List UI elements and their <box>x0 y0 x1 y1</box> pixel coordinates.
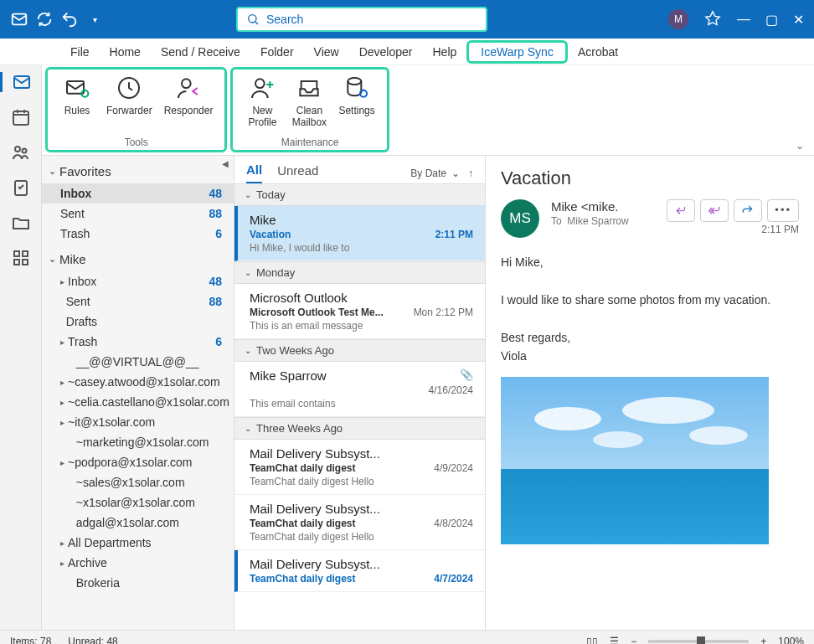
sync-icon[interactable] <box>35 10 54 28</box>
menu-icewarp-sync[interactable]: IceWarp Sync <box>466 40 568 64</box>
ribbon-group-label: Maintenance <box>233 137 386 150</box>
folder-item[interactable]: ▸~podpora@x1solar.com <box>42 452 234 472</box>
folder-item[interactable]: ~marketing@x1solar.com <box>42 432 234 452</box>
folder-item[interactable]: Sent88 <box>42 291 234 312</box>
settings-button[interactable]: Settings <box>333 73 379 137</box>
folder-inbox[interactable]: Inbox48 <box>42 183 234 204</box>
menu-view[interactable]: View <box>304 41 349 63</box>
user-avatar[interactable]: M <box>668 9 688 29</box>
maximize-button[interactable]: ▢ <box>765 12 778 28</box>
folder-rail-icon[interactable] <box>11 213 31 233</box>
close-button[interactable]: ✕ <box>793 12 804 28</box>
qat-customize-icon[interactable]: ▾ <box>85 10 104 28</box>
folderpane-collapse-icon[interactable]: ◀ <box>222 159 229 168</box>
svg-point-15 <box>255 79 265 88</box>
clock-icon <box>116 75 142 101</box>
reply-button[interactable] <box>667 199 695 222</box>
svg-point-20 <box>689 426 748 445</box>
zoom-slider[interactable] <box>648 640 749 643</box>
svg-point-21 <box>593 431 643 448</box>
undo-icon[interactable] <box>60 10 79 28</box>
folder-sent[interactable]: Sent88 <box>42 204 234 224</box>
ribbon: RulesForwarderResponderToolsNew ProfileC… <box>42 65 814 156</box>
sender-name: Mike <mike. <box>551 199 655 214</box>
folder-item[interactable]: ~x1solar@x1solar.com <box>42 492 234 513</box>
folder-trash[interactable]: Trash6 <box>42 224 234 244</box>
msg-group-header[interactable]: ⌄ Three Weeks Ago <box>234 417 485 440</box>
responder-button[interactable]: Responder <box>159 73 219 137</box>
menu-developer[interactable]: Developer <box>349 41 423 63</box>
search-box[interactable] <box>236 7 487 32</box>
msg-group-header[interactable]: ⌄ Today <box>234 183 485 206</box>
folder-pane: ◀ ⌄FavoritesInbox48Sent88Trash6⌄Mike ▸In… <box>42 156 234 630</box>
favorites-header[interactable]: ⌄Favorites <box>42 156 234 183</box>
folder-item[interactable]: ▸Archive <box>42 553 234 573</box>
folder-item[interactable]: Brokeria <box>42 573 234 593</box>
sender-avatar: MS <box>501 199 539 238</box>
menu-home[interactable]: Home <box>100 41 151 63</box>
statusbar: Items: 78 Unread: 48 ▯▯ ☰ − + 100% <box>0 630 814 644</box>
message-item[interactable]: Mail Delivery Subsyst...TeamChat daily d… <box>234 440 485 495</box>
msg-group-header[interactable]: ⌄ Monday <box>234 261 485 284</box>
attachment-image[interactable] <box>501 377 769 544</box>
calendar-rail-icon[interactable] <box>11 107 31 127</box>
message-item[interactable]: Mike Sparrow📎4/16/2024This email contain… <box>234 362 485 417</box>
email-time: 2:11 PM <box>667 224 799 235</box>
svg-rect-9 <box>14 260 19 265</box>
message-item[interactable]: Mail Delivery Subsyst...TeamChat daily d… <box>234 495 485 550</box>
clean-mailbox-button[interactable]: Clean Mailbox <box>286 73 332 137</box>
tab-unread[interactable]: Unread <box>277 163 318 183</box>
msg-group-header[interactable]: ⌄ Two Weeks Ago <box>234 339 485 362</box>
folder-item[interactable]: adgal@x1solar.com <box>42 513 234 533</box>
app-icon <box>10 10 28 28</box>
layout-icon-2[interactable]: ☰ <box>610 636 619 645</box>
message-item[interactable]: Microsoft OutlookMicrosoft Outlook Test … <box>234 284 485 339</box>
ribbon-collapse-icon[interactable]: ⌄ <box>796 140 804 152</box>
folder-item[interactable]: __@@VIRTUAL@@__ <box>42 352 234 372</box>
folder-item[interactable]: ▸~it@x1solar.com <box>42 412 234 432</box>
people-rail-icon[interactable] <box>11 142 31 162</box>
folder-item[interactable]: ▸~casey.atwood@x1solar.com <box>42 372 234 392</box>
folder-item[interactable]: ▸Inbox48 <box>42 271 234 291</box>
tasks-rail-icon[interactable] <box>11 178 31 198</box>
folder-item[interactable]: ▸~celia.castellano@x1solar.com <box>42 392 234 412</box>
message-item[interactable]: MikeVacation2:11 PMHi Mike, I would like… <box>234 206 485 261</box>
menu-folder[interactable]: Folder <box>250 41 304 63</box>
menu-help[interactable]: Help <box>422 41 466 63</box>
forward-button[interactable] <box>734 199 762 222</box>
folder-item[interactable]: ▸Trash6 <box>42 332 234 352</box>
rules-button[interactable]: Rules <box>54 73 100 137</box>
menu-send-receive[interactable]: Send / Receive <box>151 41 250 63</box>
zoom-in-button[interactable]: + <box>760 636 766 645</box>
folder-item[interactable]: ▸All Departments <box>42 533 234 553</box>
svg-point-1 <box>249 15 256 23</box>
sort-dropdown[interactable]: By Date ⌄ ↑ <box>410 167 473 179</box>
apps-rail-icon[interactable] <box>11 248 31 268</box>
account-header[interactable]: ⌄Mike <box>42 244 234 271</box>
more-actions-button[interactable]: ••• <box>767 199 799 222</box>
status-unread-count: Unread: 48 <box>68 636 117 645</box>
tray-icon <box>296 75 322 101</box>
folder-item[interactable]: Drafts <box>42 312 234 332</box>
tab-all[interactable]: All <box>246 162 262 183</box>
menu-file[interactable]: File <box>60 41 100 63</box>
new-profile-button[interactable]: New Profile <box>240 73 285 137</box>
menu-acrobat[interactable]: Acrobat <box>568 41 628 63</box>
reply-all-button[interactable] <box>700 199 729 222</box>
svg-rect-10 <box>23 260 28 265</box>
zoom-out-button[interactable]: − <box>631 636 636 645</box>
email-subject: Vacation <box>501 167 799 189</box>
database-gear-icon <box>343 75 370 101</box>
person-reply-icon <box>175 75 202 101</box>
minimize-button[interactable]: — <box>737 12 750 27</box>
search-input[interactable] <box>266 13 477 26</box>
forwarder-button[interactable]: Forwarder <box>101 73 157 137</box>
svg-point-16 <box>348 78 361 85</box>
mail-rail-icon[interactable] <box>0 72 41 92</box>
premium-icon[interactable] <box>703 10 722 28</box>
layout-icon[interactable]: ▯▯ <box>586 636 598 645</box>
message-list: All Unread By Date ⌄ ↑ ⌄ TodayMikeVacati… <box>234 156 486 630</box>
svg-point-18 <box>534 407 601 430</box>
message-item[interactable]: Mail Delivery Subsyst...TeamChat daily d… <box>234 550 485 592</box>
folder-item[interactable]: ~sales@x1solar.com <box>42 472 234 492</box>
